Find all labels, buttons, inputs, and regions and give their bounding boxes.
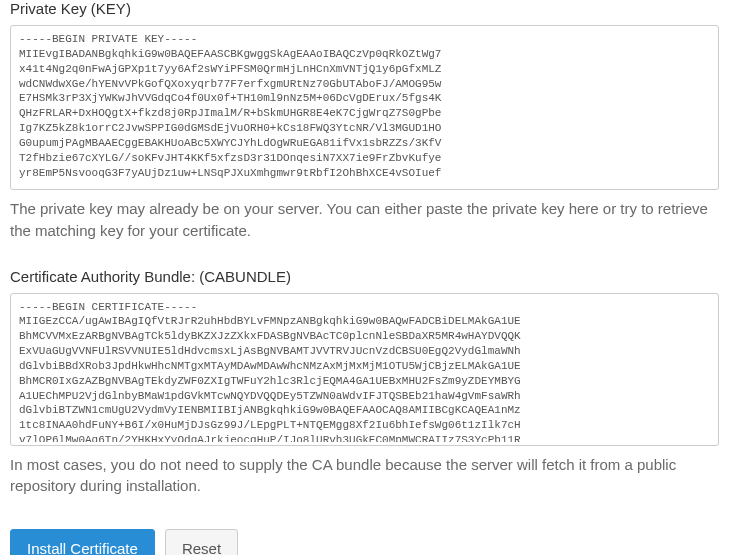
cabundle-label: Certificate Authority Bundle: (CABUNDLE): [10, 268, 719, 285]
cabundle-help: In most cases, you do not need to supply…: [10, 454, 719, 498]
install-certificate-button[interactable]: Install Certificate: [10, 529, 155, 555]
private-key-field-wrapper: [10, 25, 719, 190]
button-row: Install Certificate Reset: [10, 529, 719, 555]
private-key-textarea[interactable]: [11, 26, 718, 186]
reset-button[interactable]: Reset: [165, 529, 238, 555]
private-key-section: Private Key (KEY) The private key may al…: [10, 0, 719, 242]
private-key-label: Private Key (KEY): [10, 0, 719, 17]
cabundle-section: Certificate Authority Bundle: (CABUNDLE)…: [10, 268, 719, 498]
cabundle-field-wrapper: [10, 293, 719, 446]
cabundle-textarea[interactable]: [11, 294, 718, 442]
private-key-help: The private key may already be on your s…: [10, 198, 719, 242]
